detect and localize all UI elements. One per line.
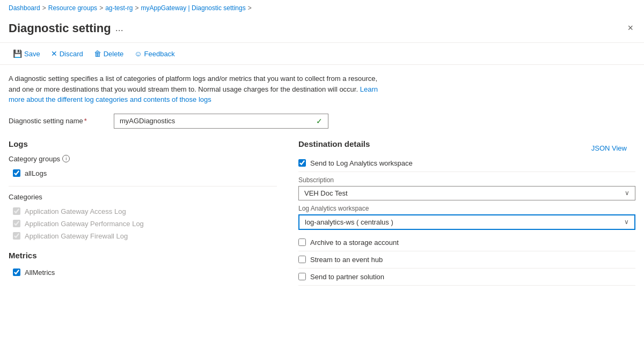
subscription-dropdown[interactable]: VEH Doc Test ∨ [298,186,635,200]
workspace-label: Log Analytics workspace [298,205,635,212]
categories-label: Categories [9,193,277,201]
all-logs-row: allLogs [13,167,277,180]
category-checkbox-0 [13,207,20,215]
all-logs-label[interactable]: allLogs [25,169,47,177]
subscription-label: Subscription [298,176,635,184]
breadcrumb-diagnostic-settings[interactable]: myAppGateway | Diagnostic settings [141,4,246,12]
right-column: Destination details Send to Log Analytic… [298,139,635,286]
storage-row: Archive to a storage account [298,234,635,251]
log-analytics-checkbox[interactable] [298,159,306,167]
category-label-0: Application Gateway Access Log [25,207,126,215]
close-button[interactable]: × [625,20,635,36]
name-input-container[interactable]: myAGDiagnostics ✓ [114,114,328,129]
divider-1 [9,186,277,187]
json-view-link[interactable]: JSON View [591,144,627,152]
feedback-icon: ☺ [134,49,142,58]
event-hub-row: Stream to an event hub [298,251,635,269]
subscription-field: Subscription VEH Doc Test ∨ [298,176,635,200]
category-groups-label: Category groups i [9,155,277,163]
main-content: A diagnostic setting specifies a list of… [0,65,644,294]
metrics-section-title: Metrics [9,251,277,260]
info-icon[interactable]: i [62,155,70,162]
description-text: A diagnostic setting specifies a list of… [9,73,384,105]
destination-section-title: Destination details [298,139,635,148]
logs-section-title: Logs [9,139,277,148]
all-logs-checkbox[interactable] [13,169,20,177]
all-metrics-checkbox[interactable] [13,269,20,276]
breadcrumb: Dashboard > Resource groups > ag-test-rg… [0,0,644,16]
discard-icon: ✕ [51,49,57,58]
category-label-1: Application Gateway Performance Log [25,220,144,228]
subscription-chevron-icon: ∨ [625,189,630,197]
category-row-2: Application Gateway Firewall Log [13,230,277,242]
breadcrumb-ag-test-rg[interactable]: ag-test-rg [105,4,133,12]
storage-label[interactable]: Archive to a storage account [310,238,399,247]
validation-check-icon: ✓ [316,117,323,125]
metrics-section: Metrics AllMetrics [9,251,277,279]
diagnostic-setting-name-row: Diagnostic setting name* myAGDiagnostics… [9,114,635,129]
category-row-1: Application Gateway Performance Log [13,218,277,230]
name-label: Diagnostic setting name* [9,117,105,125]
delete-icon: 🗑 [94,49,101,58]
page-title: Diagnostic setting [9,21,111,35]
feedback-button[interactable]: ☺ Feedback [130,47,179,60]
workspace-dropdown[interactable]: log-analytics-ws ( centralus ) ∨ [298,214,635,230]
partner-solution-checkbox[interactable] [298,273,306,280]
partner-solution-row: Send to partner solution [298,269,635,286]
two-column-layout: Logs Category groups i allLogs Categorie… [9,139,635,286]
event-hub-label[interactable]: Stream to an event hub [310,256,383,264]
category-checkbox-1 [13,220,20,227]
event-hub-checkbox[interactable] [298,256,306,263]
all-metrics-label[interactable]: AllMetrics [25,269,55,277]
all-metrics-row: AllMetrics [13,266,277,279]
discard-button[interactable]: ✕ Discard [47,47,87,60]
workspace-field: Log Analytics workspace log-analytics-ws… [298,205,635,230]
category-label-2: Application Gateway Firewall Log [25,232,128,240]
breadcrumb-resource-groups[interactable]: Resource groups [48,4,97,12]
category-checkbox-2 [13,232,20,240]
workspace-chevron-icon: ∨ [624,218,629,226]
partner-solution-label[interactable]: Send to partner solution [310,273,384,281]
save-button[interactable]: 💾 Save [9,47,45,60]
left-column: Logs Category groups i allLogs Categorie… [9,139,277,286]
log-analytics-label[interactable]: Send to Log Analytics workspace [310,159,413,167]
more-options-dots[interactable]: ... [115,23,123,34]
log-analytics-row: Send to Log Analytics workspace [298,155,635,172]
toolbar: 💾 Save ✕ Discard 🗑 Delete ☺ Feedback [0,43,644,65]
breadcrumb-dashboard[interactable]: Dashboard [9,4,40,12]
save-icon: 💾 [13,49,22,58]
page-header: Diagnostic setting ... × [0,16,644,43]
delete-button[interactable]: 🗑 Delete [90,47,128,60]
storage-checkbox[interactable] [298,238,306,246]
category-row-0: Application Gateway Access Log [13,205,277,218]
